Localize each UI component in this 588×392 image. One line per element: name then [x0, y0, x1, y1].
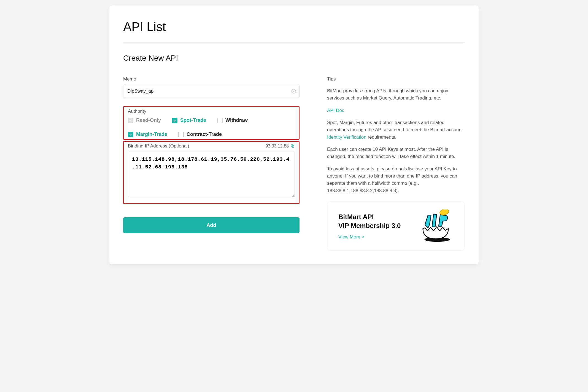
view-more-link[interactable]: View More >: [338, 234, 365, 240]
tips-paragraph-2: Spot, Margin, Futures and other transact…: [327, 119, 465, 141]
divider: [123, 42, 465, 43]
current-ip-value: 93.33.12.88: [265, 144, 289, 149]
checkbox-box: [128, 118, 133, 123]
current-ip-hint[interactable]: 93.33.12.88: [265, 144, 295, 149]
checkbox-margin-trade[interactable]: Margin-Trade: [128, 131, 167, 137]
page-title: API List: [123, 19, 465, 34]
binding-ip-label: Binding IP Address (Optional): [128, 143, 189, 149]
svg-point-0: [292, 89, 296, 93]
checkbox-box: [178, 132, 184, 137]
vip-icon: [415, 210, 456, 243]
section-title: Create New API: [123, 54, 465, 63]
tips-column: Tips BitMart provides strong APIs, throu…: [327, 76, 465, 251]
check-icon: [129, 119, 132, 122]
api-list-card: API List Create New API Memo Authority: [109, 6, 479, 264]
promo-title-line2: VIP Membership 3.0: [338, 221, 401, 230]
check-icon: [173, 119, 176, 122]
checkbox-box: [217, 118, 223, 123]
authority-group: Authority Read-Only Spot-Trade: [123, 106, 300, 140]
binding-ip-textarea[interactable]: [128, 152, 295, 197]
checkbox-spot-trade[interactable]: Spot-Trade: [172, 117, 206, 123]
checkbox-label: Withdraw: [225, 117, 248, 123]
checkbox-label: Read-Only: [136, 117, 161, 123]
authority-label: Authority: [128, 109, 295, 114]
vip-promo-card: BitMart API VIP Membership 3.0 View More…: [327, 202, 465, 251]
checkbox-read-only: Read-Only: [128, 117, 161, 123]
binding-ip-group: Binding IP Address (Optional) 93.33.12.8…: [123, 141, 300, 204]
tips-paragraph-4: To avoid loss of assets, please do not d…: [327, 165, 465, 194]
check-icon: [129, 133, 132, 136]
memo-label: Memo: [123, 76, 300, 82]
memo-field: Memo: [123, 76, 300, 98]
checkbox-withdraw[interactable]: Withdraw: [217, 117, 248, 123]
check-circle-icon: [291, 89, 296, 94]
checkbox-label: Contract-Trade: [187, 131, 222, 137]
memo-input[interactable]: [123, 85, 300, 98]
tips-heading: Tips: [327, 76, 465, 82]
checkbox-label: Spot-Trade: [180, 117, 206, 123]
checkbox-contract-trade[interactable]: Contract-Trade: [178, 131, 222, 137]
checkbox-box: [128, 132, 133, 137]
form-column: Memo Authority Read: [123, 76, 300, 233]
copy-icon: [290, 144, 295, 148]
tips-paragraph-3: Each user can create 10 API Keys at most…: [327, 146, 465, 160]
tips-paragraph-1: BitMart provides strong APIs, through wh…: [327, 87, 465, 102]
add-button[interactable]: Add: [123, 217, 300, 233]
api-doc-link[interactable]: API Doc: [327, 108, 344, 113]
identity-verification-link[interactable]: Identity Verification: [327, 135, 366, 140]
checkbox-label: Margin-Trade: [136, 131, 167, 137]
promo-title-line1: BitMart API: [338, 213, 401, 221]
checkbox-box: [172, 118, 177, 123]
